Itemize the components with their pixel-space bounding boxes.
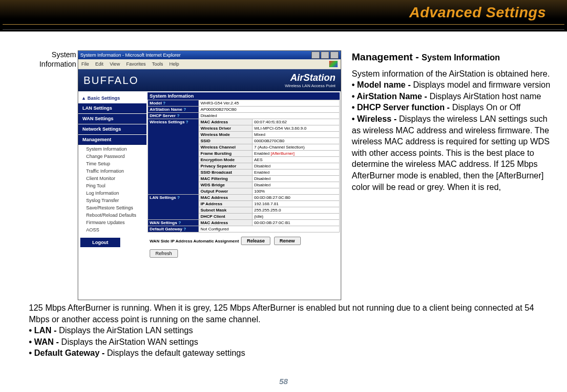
refresh-button[interactable]: Refresh [150,249,178,258]
section-heading: Management - System Information [352,50,551,64]
sub-label: IP Address [199,201,253,207]
sidebar-aoss[interactable]: AOSS [78,226,146,234]
sub-value: WLI-MPCI-G54 Ver.3.60.9.0 [253,125,340,132]
page-number: 58 [0,377,567,386]
sidebar-management[interactable]: Management [78,135,146,145]
row-label: Model ? [148,100,199,107]
sub-label: WDS Bridge [199,182,253,188]
browser-menu: File Edit View Favorites Tools Help [78,59,341,69]
product-subtitle: Wireless LAN Access Point [285,83,335,88]
sub-value: (idle) [253,214,340,220]
maximize-button[interactable] [321,51,329,59]
sidebar-changepw[interactable]: Change Password [78,153,146,160]
sub-value: Mixed [253,132,340,138]
bullet-lan: • LAN - Displays the AirStation LAN sett… [29,325,546,336]
sidebar-sysinfo[interactable]: System Information [78,145,146,153]
menu-view[interactable]: View [110,61,120,67]
bullet-airstation-name: • AirStation Name - Displays AirStation … [352,91,551,102]
sub-value: 100% [253,188,340,195]
sub-value: 255.255.255.0 [253,207,340,214]
sub-value: 00:0D:0B:27:0C:B0 [253,195,340,201]
menu-file[interactable]: File [81,61,89,67]
product-banner: BUFFALO AirStation Wireless LAN Access P… [78,69,341,91]
sub-label: Wireless Mode [199,132,253,138]
sub-value: Disabled [253,182,340,188]
sidebar-client[interactable]: Client Monitor [78,175,146,182]
content-area: System Information Model ?WHR3-G54 Ver.2… [146,91,341,300]
sub-label: Subnet Mask [199,207,253,214]
menu-tools[interactable]: Tools [152,61,163,67]
sidebar-traffic[interactable]: Traffic Information [78,167,146,175]
bullet-dhcp: • DHCP Server function - Displays On or … [352,102,551,113]
sidebar-firmware[interactable]: Firmware Updates [78,219,146,226]
sub-label: DHCP Client [199,214,253,220]
sidebar-log[interactable]: Log Information [78,189,146,197]
row-value: AP000D0B270CB0 [199,107,340,113]
renew-button[interactable]: Renew [274,237,301,245]
window-titlebar: System Information - Microsoft Internet … [78,51,341,59]
screenshot-figure: System Information - Microsoft Internet … [78,50,341,300]
sidebar-saverestore[interactable]: Save/Restore Settings [78,204,146,211]
sub-value: 192.168.7.81 [253,201,340,207]
sidebar-lan[interactable]: LAN Settings [78,103,146,113]
row-label: AirStation Name ? [148,107,199,113]
row-value: Disabled [199,113,340,119]
page-title: Advanced Settings [409,4,546,21]
sub-value: 00:0D:0B:27:0C:B1 [253,220,340,226]
bullet-wireless: • Wireless - Displays the wireless LAN s… [352,113,551,193]
row-value: WHR3-G54 Ver.2.45 [199,100,340,107]
sub-label: Encryption Mode [199,157,253,163]
sidebar-ping[interactable]: Ping Tool [78,182,146,189]
sidebar-reboot[interactable]: Reboot/Reload Defaults [78,211,146,219]
sub-value: AES [253,157,340,163]
sub-value: 00:07:40:f1:83:62 [253,119,340,125]
description-column: Management - System Information System i… [352,50,551,193]
wireless-continued: 125 Mbps AfterBurner is running. When it… [29,302,546,325]
sub-value: Enabled [AfterBurner] [253,151,340,157]
sub-label: MAC Filtering [199,176,253,182]
sidebar-wan[interactable]: WAN Settings [78,114,146,124]
row-label: DHCP Server ? [148,113,199,119]
sub-value: 000D0B270CB0 [253,138,340,144]
group-label: Wireless Settings ? [148,119,199,195]
brand-logo: BUFFALO [83,75,139,87]
sub-label: Frame Bursting [199,151,253,157]
menu-help[interactable]: Help [169,61,179,67]
wan-auto-label: WAN Side IP Address Automatic Assignment [150,239,239,243]
sidebar-head-basic[interactable]: ▲ Basic Settings [78,93,146,103]
sidebar-time[interactable]: Time Setup [78,160,146,167]
sub-label: MAC Address [199,195,253,201]
product-name: AirStation [285,72,335,83]
sub-label: Wireless Driver [199,125,253,132]
sub-label: SSID [199,138,253,144]
release-button[interactable]: Release [241,237,270,245]
logout-button[interactable]: Logout [80,238,120,247]
sub-label: MAC Address [199,119,253,125]
menu-edit[interactable]: Edit [96,61,104,67]
sub-label: Wireless Channel [199,144,253,151]
row-label: Default Gateway ? [148,226,199,232]
row-value: Not Configured [199,226,340,232]
sub-label: MAC Address [199,220,253,226]
sub-value: 7 (Auto-Channel Selection) [253,144,340,151]
bullet-model: • Model name - Displays model and firmwa… [352,79,551,91]
group-label: LAN Settings ? [148,195,199,220]
sub-value: Disabled [253,176,340,182]
sub-label: Output Power [199,188,253,195]
menu-favorites[interactable]: Favorites [126,61,145,67]
sub-value: Enabled [253,169,340,176]
intro-text: System information of the AirStation is … [352,68,551,80]
header-band: Advanced Settings [0,0,567,31]
sidebar: ▲ Basic Settings LAN Settings WAN Settin… [78,91,146,300]
section-title: System Information [148,92,340,100]
bullet-wan: • WAN - Displays the AirStation WAN sett… [29,336,546,348]
minimize-button[interactable] [311,51,320,59]
sidebar-syslog[interactable]: Syslog Transfer [78,197,146,204]
close-button[interactable] [330,51,339,59]
bullet-gateway: • Default Gateway - Displays the default… [29,347,546,359]
sub-label: Privacy Separator [199,163,253,169]
info-table: Model ?WHR3-G54 Ver.2.45AirStation Name … [148,100,340,232]
sub-value: Disabled [253,163,340,169]
sidebar-network[interactable]: Network Settings [78,124,146,134]
lower-text: 125 Mbps AfterBurner is running. When it… [29,302,546,359]
